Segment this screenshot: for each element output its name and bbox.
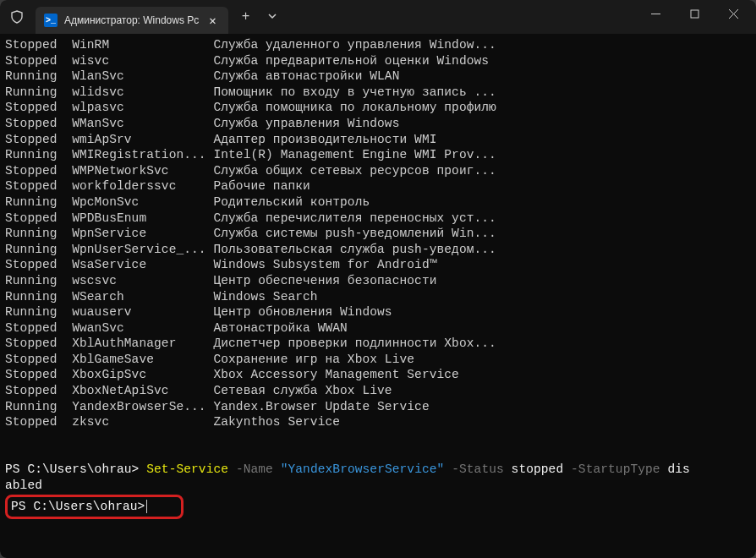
service-row: Running YandexBrowserSe... Yandex.Browse…: [5, 399, 751, 415]
close-tab-icon[interactable]: ✕: [205, 14, 219, 28]
service-row: Stopped wmiApSrv Адаптер производительно…: [5, 132, 751, 148]
service-row: Stopped workfolderssvc Рабочие папки: [5, 178, 751, 194]
service-row: Running WlanSvc Служба автонастройки WLA…: [5, 68, 751, 85]
service-row: Stopped zksvc Zakynthos Service: [5, 414, 751, 430]
service-row: Running WSearch Windows Search: [5, 289, 751, 305]
cursor: [146, 500, 147, 513]
svg-rect-1: [691, 10, 698, 18]
window-controls: [636, 0, 753, 27]
service-row: Stopped WMPNetworkSvc Служба общих сетев…: [5, 163, 751, 179]
service-row: Stopped wlpasvc Служба помощника по лока…: [5, 100, 751, 116]
service-row: Running wlidsvc Помощник по входу в учет…: [5, 85, 751, 101]
terminal-output[interactable]: Stopped WinRM Служба удаленного управлен…: [0, 34, 756, 558]
tab-dropdown-icon[interactable]: [261, 8, 283, 26]
service-row: Running wuauserv Центр обновления Window…: [5, 304, 751, 320]
command-line-1-wrap: abled: [5, 478, 751, 494]
service-row: Stopped WManSvc Служба управления Window…: [5, 116, 751, 132]
service-row: Stopped wisvc Служба предварительной оце…: [5, 53, 751, 69]
service-row: Stopped XboxGipSvc Xbox Accessory Manage…: [5, 367, 751, 383]
maximize-button[interactable]: [675, 0, 714, 27]
new-tab-button[interactable]: +: [235, 6, 257, 28]
titlebar: >_ Администратор: Windows Pc ✕ +: [0, 0, 756, 34]
service-row: Stopped WsaService Windows Subsystem for…: [5, 257, 751, 273]
service-row: Running WMIRegistration... Intel(R) Mana…: [5, 147, 751, 163]
service-row: Running wscsvc Центр обеспечения безопас…: [5, 273, 751, 289]
active-tab[interactable]: >_ Администратор: Windows Pc ✕: [36, 7, 228, 34]
service-row: Stopped WPDBusEnum Служба перечислителя …: [5, 211, 751, 227]
service-row: Running WpnUserService_... Пользовательс…: [5, 242, 751, 258]
service-row: Running WpnService Служба системы push-у…: [5, 226, 751, 242]
shield-icon: [10, 10, 24, 24]
highlight-annotation: PS C:\Users\ohrau>: [5, 495, 184, 519]
service-row: Stopped WinRM Служба удаленного управлен…: [5, 37, 751, 53]
command-line-1: PS C:\Users\ohrau> Set-Service -Name "Ya…: [5, 462, 751, 478]
tab-title: Администратор: Windows Pc: [64, 14, 199, 26]
service-row: Stopped XboxNetApiSvc Сетевая служба Xbo…: [5, 383, 751, 399]
service-row: Running WpcMonSvc Родительский контроль: [5, 194, 751, 211]
minimize-button[interactable]: [636, 0, 675, 27]
service-row: Stopped XblGameSave Сохранение игр на Xb…: [5, 352, 751, 368]
current-prompt-line: PS C:\Users\ohrau>: [5, 495, 751, 519]
powershell-icon: >_: [44, 14, 58, 27]
service-row: Stopped XblAuthManager Диспетчер проверк…: [5, 336, 751, 352]
service-row: Stopped WwanSvc Автонастройка WWAN: [5, 320, 751, 336]
close-button[interactable]: [714, 0, 753, 27]
